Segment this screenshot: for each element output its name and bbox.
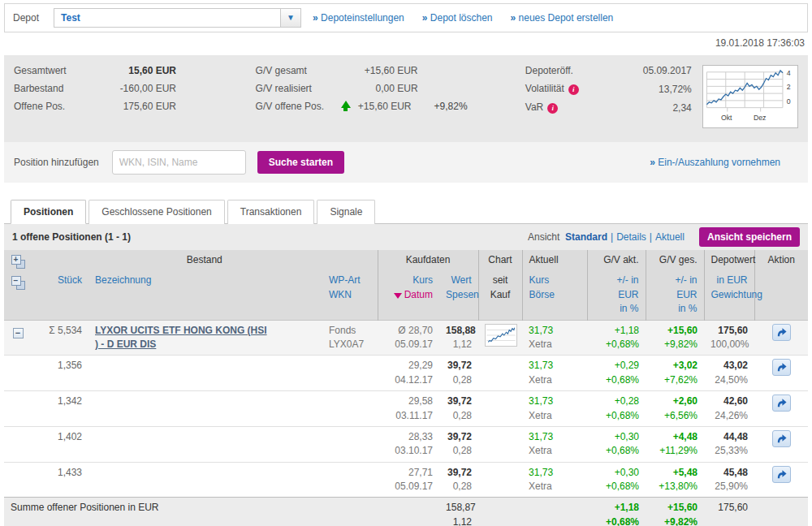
volatilitaet-value: 13,72%	[615, 84, 692, 95]
summary-gv-column: G/V gesamt +15,60 EUR G/V realisiert 0,0…	[256, 65, 525, 131]
lot-row: 1,433 27,7105.09.17 39,720,28 31,73Xetra…	[4, 462, 808, 498]
lot-depotwert: 42,6024,26%	[704, 391, 754, 427]
sort-wkn-link[interactable]: WKN	[329, 289, 352, 300]
lot-row: 1,356 29,2904.12.17 39,720,28 31,73Xetra…	[4, 356, 808, 391]
group-header-kaufdaten: Kaufdaten	[378, 250, 478, 270]
lot-kaufkurs: 29,5803.11.17	[378, 391, 439, 427]
depot-label: Depot	[13, 12, 39, 24]
sort-in-eur-link[interactable]: in EUR	[717, 274, 748, 286]
tab-geschlossene-positionen[interactable]: Geschlossene Positionen	[89, 200, 224, 224]
wkn-search-input[interactable]	[112, 150, 246, 175]
sort-akt-kurs-link[interactable]: Kurs	[529, 274, 550, 286]
wert-spesen-cell: 158,881,12	[439, 320, 478, 356]
gesamtwert-value: 15,60 EUR	[99, 65, 176, 76]
chart-y-tick: 2	[787, 83, 791, 91]
lot-qty: 1,433	[32, 462, 89, 498]
chart-y-tick: 4	[787, 69, 791, 77]
lot-kaufkurs: 27,7105.09.17	[378, 462, 439, 498]
performance-chart: 4 2 0 Okt Dez	[702, 65, 798, 131]
trade-action-button[interactable]	[772, 359, 791, 376]
group-header-gv-ges: G/V ges.	[646, 250, 704, 270]
lot-aktuell: 31,73Xetra	[522, 391, 587, 427]
info-icon[interactable]: i	[568, 84, 579, 95]
collapse-all-icon[interactable]: −	[11, 276, 25, 290]
offene-pos-value: 175,60 EUR	[99, 101, 176, 112]
lot-gv-akt: +0,29+0,68%	[587, 356, 646, 391]
barbestand-value: -160,00 EUR	[99, 83, 176, 94]
wp-art-wkn-cell: FondsLYX0A7	[322, 320, 378, 356]
lot-row: 1,342 29,5803.11.17 39,720,28 31,73Xetra…	[4, 391, 808, 427]
view-aktuell-link[interactable]: Aktuell	[655, 231, 685, 243]
lot-gv-akt: +0,30+0,68%	[587, 426, 646, 462]
trade-action-button[interactable]	[772, 430, 791, 447]
lot-qty: 1,342	[32, 391, 89, 427]
sum-depotwert: 175,60	[704, 498, 754, 526]
tab-signale[interactable]: Signale	[317, 200, 375, 224]
payout-link[interactable]: Ein-/Auszahlung vornehmen	[650, 157, 780, 168]
chart-since-buy-cell	[478, 320, 522, 356]
sort-stueck-link[interactable]: Stück	[58, 274, 82, 286]
expand-all-icon[interactable]: +	[11, 255, 25, 269]
chevron-down-icon[interactable]: ▼	[280, 8, 301, 28]
search-start-button[interactable]: Suche starten	[257, 151, 344, 174]
lot-depotwert: 44,4825,33%	[704, 426, 754, 462]
instrument-link[interactable]: LYXOR UCITS ETF HONG KONG (HSI) - D EUR …	[95, 325, 267, 350]
depot-select-value[interactable]: Test	[54, 8, 280, 28]
depoteroeff-value: 05.09.2017	[615, 65, 692, 76]
trade-action-button[interactable]	[772, 466, 791, 483]
var-label: VaRi	[525, 101, 615, 114]
sort-boerse-link[interactable]: Börse	[529, 289, 555, 300]
lot-row: 1,402 28,3303.10.17 39,720,28 31,73Xetra…	[4, 426, 808, 462]
depot-select[interactable]: Test ▼	[54, 8, 301, 28]
lot-wert-spesen: 39,720,28	[439, 426, 478, 462]
depot-create-link[interactable]: neues Depot erstellen	[511, 12, 614, 24]
sort-gv-ges-eur-link[interactable]: +/- in EUR	[676, 274, 698, 300]
group-header-gv-akt: G/V akt.	[587, 250, 646, 270]
group-header-depotwert: Depotwert	[704, 250, 754, 270]
offene-pos-label: Offene Pos.	[14, 101, 99, 112]
sort-wp-art-link[interactable]: WP-Art	[329, 274, 361, 286]
lot-gv-ges: +2,60+6,56%	[646, 391, 704, 427]
add-position-label: Position hinzufügen	[14, 157, 99, 168]
sort-gewichtung-link[interactable]: Gewichtung	[711, 289, 762, 300]
chart-x-tick: Dez	[754, 114, 767, 122]
lot-depotwert: 45,4825,90%	[704, 462, 754, 498]
add-position-panel: Position hinzufügen Suche starten Ein-/A…	[4, 142, 808, 183]
collapse-row-icon[interactable]: −	[13, 328, 24, 338]
gv-akt-cell: +1,18+0,68%	[587, 320, 646, 356]
view-standard-link[interactable]: Standard	[565, 231, 607, 243]
arrow-up-icon	[341, 101, 351, 108]
sort-datum-link[interactable]: Datum	[404, 289, 433, 300]
sort-gv-ges-pct-link[interactable]: in %	[678, 303, 697, 314]
positions-toolbar: 1 offene Positionen (1 - 1) Ansicht Stan…	[4, 224, 808, 250]
depot-settings-link[interactable]: Depoteinstellungen	[313, 12, 404, 24]
lot-gv-akt: +0,28+0,68%	[587, 391, 646, 427]
trade-action-button[interactable]	[772, 394, 791, 412]
position-row: − Σ 5,534 LYXOR UCITS ETF HONG KONG (HSI…	[4, 320, 808, 356]
tab-transaktionen[interactable]: Transaktionen	[227, 200, 315, 224]
sort-spesen-link[interactable]: Spesen	[446, 289, 479, 300]
lot-kaufkurs: 28,3303.10.17	[378, 426, 439, 462]
lot-aktuell: 31,73Xetra	[522, 356, 587, 391]
sort-wert-link[interactable]: Wert	[451, 274, 471, 286]
sort-bezeichnung-link[interactable]: Bezeichnung	[95, 274, 151, 286]
summary-risk-column: Depoteröff. 05.09.2017 Volatilitäti 13,7…	[525, 65, 702, 131]
view-details-link[interactable]: Details	[616, 231, 646, 243]
group-header-aktuell: Aktuell	[522, 250, 587, 270]
lot-gv-ges: +5,48+13,80%	[646, 462, 704, 498]
depot-bar: Depot Test ▼ Depoteinstellungen Depot lö…	[4, 3, 808, 32]
sum-wert-spesen: 158,871,12	[439, 498, 478, 526]
tab-positionen[interactable]: Positionen	[11, 200, 86, 224]
sort-kurs-link[interactable]: Kurs	[412, 274, 433, 286]
save-view-button[interactable]: Ansicht speichern	[699, 227, 800, 247]
sum-gv-akt: +1,18+0,68%	[587, 498, 646, 526]
chart-y-tick: 0	[787, 97, 791, 106]
info-icon[interactable]: i	[547, 103, 558, 114]
depot-delete-link[interactable]: Depot löschen	[422, 12, 493, 24]
sort-gv-akt-pct-link[interactable]: in %	[620, 303, 638, 314]
lot-gv-akt: +0,30+0,68%	[587, 462, 646, 498]
trade-action-button[interactable]	[772, 324, 791, 341]
lot-wert-spesen: 39,720,28	[439, 356, 478, 391]
sparkline-chart	[485, 324, 517, 347]
sort-gv-akt-eur-link[interactable]: +/- in EUR	[617, 274, 639, 300]
